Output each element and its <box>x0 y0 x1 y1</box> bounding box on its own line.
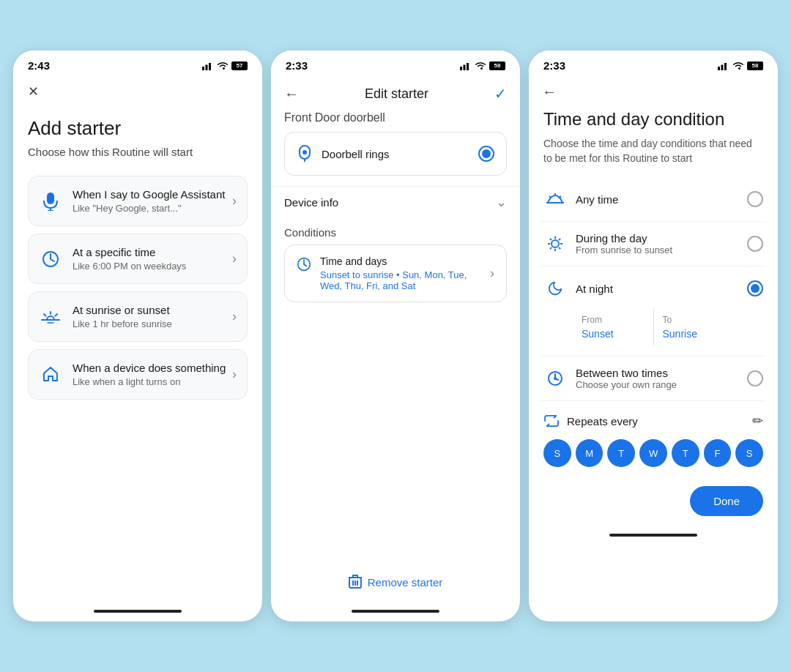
time-3: 2:33 <box>543 59 565 72</box>
starter-google-text: When I say to Google Assistant Like "Hey… <box>73 188 232 214</box>
radio-inner <box>482 149 491 158</box>
signal-icon <box>202 61 214 70</box>
done-button[interactable]: Done <box>690 486 763 516</box>
wifi-icon-3 <box>732 61 744 70</box>
status-icons-3: 58 <box>718 61 763 70</box>
between-times-text: Between two times Choose your own range <box>576 367 747 390</box>
edit-repeats-button[interactable]: ✏ <box>752 413 763 429</box>
at-night-text: At night <box>576 283 747 295</box>
repeats-left: Repeats every <box>543 414 638 428</box>
device-info-label: Device info <box>284 196 338 209</box>
starter-item-google-assistant[interactable]: When I say to Google Assistant Like "Hey… <box>28 176 248 226</box>
status-icons-1: 57 <box>202 61 248 70</box>
trash-icon <box>349 575 362 589</box>
radio-at-night[interactable] <box>747 280 763 296</box>
svg-rect-30 <box>724 63 727 70</box>
day-sunday[interactable]: S <box>543 439 571 467</box>
condition-subtitle: Choose the time and day conditions that … <box>529 137 778 177</box>
signal-icon-2 <box>460 61 472 70</box>
starter-item-sunrise[interactable]: At sunrise or sunset Like 1 hr before su… <box>28 291 248 342</box>
time-days-card[interactable]: Time and days Sunset to sunrise • Sun, M… <box>284 244 507 302</box>
home-icon <box>39 363 62 387</box>
battery-icon-3: 58 <box>747 61 763 70</box>
home-indicator-3 <box>609 534 697 537</box>
status-icons-2: 58 <box>460 61 505 70</box>
option-during-day[interactable]: During the day From sunrise to sunset <box>541 222 766 266</box>
svg-rect-3 <box>47 193 54 204</box>
svg-rect-29 <box>721 64 724 70</box>
day-monday[interactable]: M <box>576 439 604 467</box>
doorbell-icon <box>297 144 313 163</box>
time-days-text: Time and days Sunset to sunrise • Sun, M… <box>320 255 490 291</box>
close-button[interactable]: ✕ <box>28 78 39 105</box>
option-any-time[interactable]: Any time <box>541 177 766 222</box>
radio-between-times[interactable] <box>747 370 763 387</box>
radio-doorbell-selected[interactable] <box>478 146 494 162</box>
svg-line-8 <box>51 259 54 261</box>
edit-starter-header: ← Edit starter ✓ <box>271 78 520 111</box>
time-icon <box>297 257 311 272</box>
screen-time-condition: 2:33 58 ← Time and day condition Choose … <box>529 51 778 621</box>
option-between-times[interactable]: Between two times Choose your own range <box>541 356 766 401</box>
svg-rect-1 <box>206 64 208 70</box>
any-time-icon <box>543 187 567 211</box>
screen1-content: ✕ Add starter Choose how this Routine wi… <box>13 78 262 604</box>
time-1: 2:43 <box>28 59 50 72</box>
svg-line-33 <box>549 196 551 198</box>
repeats-row: Repeats every ✏ <box>529 401 778 435</box>
done-btn-row: Done <box>529 479 778 528</box>
status-bar-1: 2:43 57 <box>13 51 262 78</box>
moon-icon <box>543 277 567 300</box>
svg-rect-15 <box>464 64 466 70</box>
doorbell-card[interactable]: Doorbell rings <box>284 132 507 176</box>
wifi-icon <box>217 61 229 70</box>
option-at-night-section: At night From Sunset To Sunrise <box>541 266 766 356</box>
home-indicator-1 <box>94 610 182 613</box>
starter-item-device[interactable]: When a device does something Like when a… <box>28 349 248 400</box>
signal-icon-3 <box>718 61 729 70</box>
sun-icon <box>543 232 567 255</box>
radio-during-day[interactable] <box>747 236 763 252</box>
add-starter-subtitle: Choose how this Routine will start <box>28 146 248 158</box>
battery-icon-1: 57 <box>231 61 248 70</box>
clock-range-icon <box>543 367 567 390</box>
time-2: 2:33 <box>286 59 308 72</box>
home-indicator-2 <box>352 610 439 613</box>
status-bar-2: 2:33 58 <box>271 51 520 78</box>
chevron-right-icon-2: › <box>232 251 237 266</box>
check-button[interactable]: ✓ <box>494 85 507 102</box>
option-at-night[interactable]: At night <box>541 266 766 306</box>
device-label: Front Door doorbell <box>271 111 520 132</box>
microphone-icon <box>39 190 62 213</box>
chevron-down-icon: ⌄ <box>496 194 507 210</box>
starter-time-text: At a specific time Like 6:00 PM on weekd… <box>73 246 232 272</box>
doorbell-left: Doorbell rings <box>297 144 390 163</box>
back-button-3[interactable]: ← <box>542 83 557 100</box>
repeats-label: Repeats every <box>567 415 638 428</box>
condition-title: Time and day condition <box>529 103 778 137</box>
clock-icon <box>39 247 62 271</box>
remove-starter-button[interactable]: Remove starter <box>271 560 520 604</box>
chevron-right-icon-4: › <box>232 367 237 382</box>
condition-list: Any time During the day From sunrise to … <box>529 177 778 401</box>
device-info-row[interactable]: Device info ⌄ <box>271 186 520 217</box>
to-box: To Sunrise <box>654 309 735 346</box>
svg-rect-14 <box>460 67 462 70</box>
starter-item-specific-time[interactable]: At a specific time Like 6:00 PM on weekd… <box>28 234 248 284</box>
status-bar-3: 2:33 58 <box>529 51 778 78</box>
svg-line-41 <box>559 247 560 249</box>
from-to-row: From Sunset To Sunrise <box>573 309 734 346</box>
from-box: From Sunset <box>573 309 654 346</box>
battery-icon-2: 58 <box>489 61 505 70</box>
day-tuesday[interactable]: T <box>607 439 635 467</box>
back-row-3: ← <box>529 78 778 103</box>
day-friday[interactable]: F <box>704 439 732 467</box>
svg-line-22 <box>304 264 306 266</box>
day-wednesday[interactable]: W <box>639 439 667 467</box>
day-thursday[interactable]: T <box>672 439 699 467</box>
radio-any-time[interactable] <box>747 191 763 207</box>
svg-rect-0 <box>202 67 204 70</box>
back-button-2[interactable]: ← <box>284 86 299 102</box>
day-saturday[interactable]: S <box>735 439 763 467</box>
add-starter-title: Add starter <box>28 117 248 140</box>
